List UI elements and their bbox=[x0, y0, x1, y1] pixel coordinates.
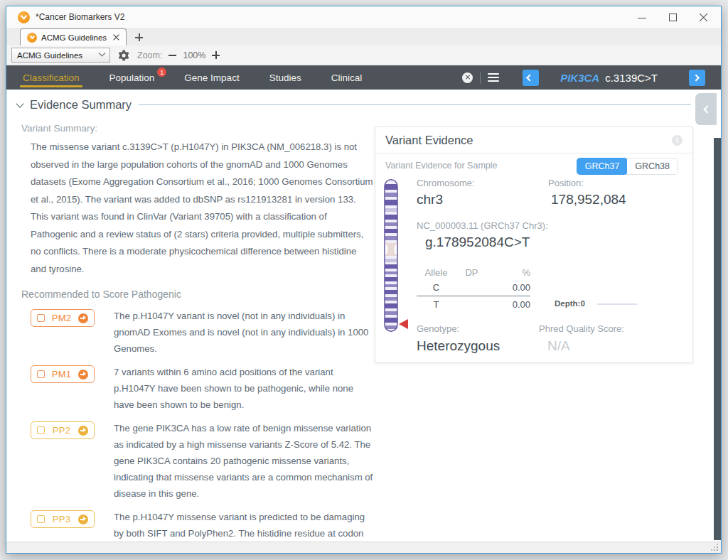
main-nav-bar: Classification Population 1 Gene Impact … bbox=[6, 65, 721, 90]
position-label: Position: bbox=[548, 178, 584, 188]
main-content: Evidence Summary Variant Summary: The mi… bbox=[6, 90, 721, 542]
menu-icon[interactable] bbox=[488, 73, 499, 82]
pct-header: % bbox=[488, 267, 530, 278]
section-divider bbox=[139, 104, 691, 105]
chevron-left-icon bbox=[703, 105, 711, 113]
table-divider bbox=[417, 296, 530, 296]
arrow-right-circle-icon[interactable] bbox=[78, 426, 88, 436]
nav-tab-studies[interactable]: Studies bbox=[255, 65, 316, 90]
clear-variant-icon[interactable] bbox=[462, 72, 473, 83]
title-bar: *Cancer Biomarkers V2 bbox=[6, 6, 721, 28]
nav-tab-clinical[interactable]: Clinical bbox=[316, 65, 378, 90]
allele-row-c: C 0.00 bbox=[417, 280, 530, 295]
allele-row-t: T 0.00 bbox=[417, 297, 530, 312]
guideline-dropdown[interactable]: ACMG Guidelines bbox=[11, 48, 110, 63]
variant-evidence-card: Variant Evidence Variant Evidence for Sa… bbox=[375, 126, 693, 363]
variant-summary-text: The missense variant c.3139C>T (p.H1047Y… bbox=[21, 139, 374, 278]
right-panel-collapse-handle[interactable] bbox=[695, 93, 717, 125]
pp3-checkbox[interactable] bbox=[37, 515, 45, 523]
assembly-toggle: GRCh37 GRCh38 bbox=[577, 158, 678, 174]
zoom-value: 100% bbox=[183, 50, 205, 60]
app-logo-icon bbox=[18, 11, 30, 23]
grch38-button[interactable]: GRCh38 bbox=[627, 158, 678, 174]
variant-position-marker-icon bbox=[399, 319, 408, 329]
position-value: 178,952,084 bbox=[551, 192, 626, 208]
phred-label: Phred Quality Score: bbox=[539, 323, 624, 334]
toolbar: ACMG Guidelines Zoom: 100% bbox=[6, 45, 721, 65]
criteria-row-pp2: PP2 The gene PIK3CA has a low rate of be… bbox=[21, 421, 374, 502]
variant-name: c.3139C>T bbox=[605, 72, 658, 84]
gene-name: PIK3CA bbox=[560, 72, 599, 84]
arrow-right-circle-icon[interactable] bbox=[78, 370, 88, 379]
guideline-dropdown-value: ACMG Guidelines bbox=[17, 51, 82, 60]
criteria-row-pm2: PM2 The p.H1047Y variant is novel (not i… bbox=[21, 309, 374, 357]
criteria-header: Recommended to Score Pathogenic bbox=[21, 289, 374, 300]
genotype-label: Genotype: bbox=[417, 323, 459, 334]
arrow-right-circle-icon[interactable] bbox=[78, 313, 88, 323]
allele-header: Allele bbox=[417, 267, 456, 278]
pp2-checkbox[interactable] bbox=[37, 426, 45, 434]
maximize-button[interactable] bbox=[668, 13, 678, 22]
close-window-button[interactable] bbox=[699, 13, 708, 22]
pm2-badge-button[interactable]: PM2 bbox=[31, 309, 95, 327]
chevron-right-icon bbox=[692, 74, 700, 81]
arrow-right-circle-icon[interactable] bbox=[78, 515, 88, 524]
variant-summary-label: Variant Summary: bbox=[21, 123, 374, 134]
chromosome-value: chr3 bbox=[417, 192, 443, 208]
pm1-badge-button[interactable]: PM1 bbox=[31, 365, 95, 383]
depth-bar bbox=[597, 303, 637, 305]
allele-table: Allele DP % C 0.00 T 0.00 bbox=[417, 265, 530, 312]
collapsed-right-panel[interactable] bbox=[714, 138, 721, 540]
tab-label: ACMG Guidelines bbox=[41, 33, 107, 42]
pm1-checkbox[interactable] bbox=[37, 370, 45, 378]
next-variant-button[interactable] bbox=[689, 70, 705, 86]
chevron-left-icon bbox=[526, 74, 533, 81]
pm2-checkbox[interactable] bbox=[37, 314, 45, 322]
pp3-badge-button[interactable]: PP3 bbox=[31, 510, 95, 528]
gear-icon[interactable] bbox=[117, 49, 129, 62]
chromosome-label: Chromosome: bbox=[417, 178, 475, 188]
population-badge: 1 bbox=[157, 68, 166, 77]
app-window: *Cancer Biomarkers V2 ACMG Guidelines AC… bbox=[6, 6, 722, 554]
criteria-row-pp3: PP3 The p.H1047Y missense variant is pre… bbox=[21, 510, 374, 542]
divider bbox=[480, 72, 481, 84]
nav-tab-gene-impact[interactable]: Gene Impact bbox=[169, 65, 254, 90]
refseq-label: NC_000003.11 (GRCh37 Chr3): bbox=[417, 220, 548, 231]
zoom-out-button[interactable] bbox=[168, 51, 176, 59]
minimize-button[interactable] bbox=[638, 13, 647, 22]
card-title: Variant Evidence bbox=[385, 134, 473, 147]
nav-tab-classification[interactable]: Classification bbox=[8, 65, 95, 90]
depth-label: Depth:0 bbox=[555, 299, 585, 308]
grch37-button[interactable]: GRCh37 bbox=[577, 158, 628, 174]
genotype-value: Heterozygous bbox=[417, 338, 500, 354]
chevron-down-icon bbox=[99, 50, 106, 57]
chromosome-ideogram bbox=[384, 179, 398, 332]
new-tab-button[interactable] bbox=[135, 33, 143, 41]
phred-value: N/A bbox=[547, 338, 570, 354]
tab-close-icon[interactable] bbox=[113, 34, 119, 41]
dp-header: DP bbox=[456, 267, 488, 278]
zoom-label: Zoom: bbox=[137, 50, 162, 60]
resize-grip[interactable] bbox=[710, 542, 718, 551]
collapse-section-icon[interactable] bbox=[16, 99, 23, 107]
status-bar bbox=[6, 542, 721, 553]
hgvs-value: g.178952084C>T bbox=[425, 235, 530, 250]
nav-tab-population[interactable]: Population 1 bbox=[95, 65, 170, 90]
pp2-badge-button[interactable]: PP2 bbox=[31, 421, 95, 439]
previous-variant-button[interactable] bbox=[523, 70, 539, 86]
criteria-row-pm1: PM1 7 variants within 6 amino acid posit… bbox=[21, 365, 374, 413]
card-subtitle: Variant Evidence for Sample bbox=[385, 161, 498, 171]
section-title: Evidence Summary bbox=[30, 98, 132, 112]
info-icon[interactable] bbox=[672, 135, 682, 146]
zoom-in-button[interactable] bbox=[212, 51, 220, 59]
window-title: *Cancer Biomarkers V2 bbox=[36, 12, 124, 22]
document-tab-bar: ACMG Guidelines bbox=[6, 28, 721, 45]
tab-logo-icon bbox=[27, 33, 37, 43]
tab-acmg-guidelines[interactable]: ACMG Guidelines bbox=[20, 28, 127, 45]
